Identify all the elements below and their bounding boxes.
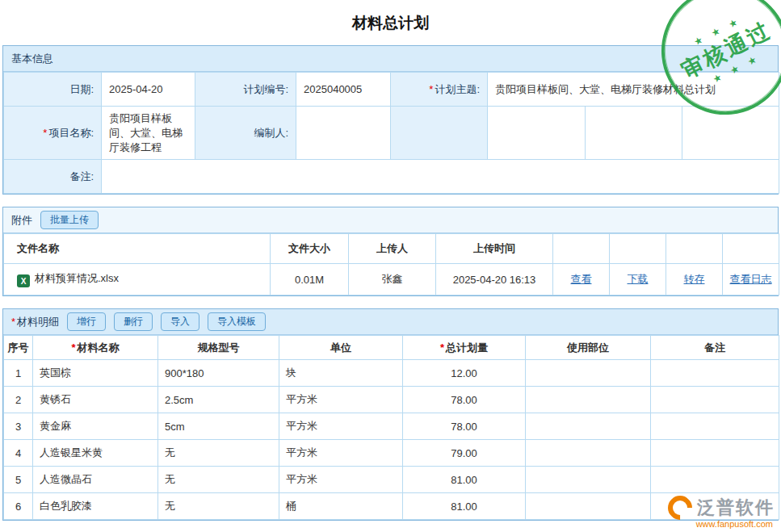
batch-upload-button[interactable]: 批量上传 (40, 211, 99, 230)
index-cell: 1 (4, 360, 33, 387)
action-cell: 转存 (666, 264, 723, 295)
index-cell: 3 (4, 413, 33, 440)
usage-location-cell (526, 440, 651, 467)
required-mark: * (43, 127, 47, 139)
spec-cell: 无 (158, 493, 279, 520)
file-name-cell: X材料预算情况.xlsx (4, 264, 271, 295)
download-link[interactable]: 下载 (628, 273, 649, 285)
total-qty-cell: 81.00 (403, 467, 526, 493)
subject-label: *计划主题: (391, 73, 488, 107)
save-as-link[interactable]: 转存 (684, 273, 705, 285)
view-log-link[interactable]: 查看日志 (730, 273, 772, 285)
usage-location-cell (526, 387, 651, 413)
remark-cell (651, 440, 779, 467)
col-index: 序号 (4, 336, 33, 360)
action-cell: 下载 (610, 264, 666, 295)
plan-no-label: 计划编号: (195, 73, 296, 107)
usage-location-cell (526, 467, 651, 493)
upload-time-cell: 2025-04-20 16:13 (436, 264, 553, 295)
spec-cell: 5cm (158, 413, 279, 440)
materials-title: *材料明细 (11, 315, 59, 329)
vendor-url: www.fanpusoft.com (668, 519, 775, 529)
material-name-cell: 人造银星米黄 (33, 440, 158, 467)
total-qty-cell: 81.00 (403, 493, 526, 520)
plan-no-value: 2025040005 (296, 73, 391, 107)
total-qty-cell: 12.00 (403, 360, 526, 387)
remark-label: 备注: (4, 160, 102, 194)
col-total-qty-text: 总计划量 (446, 341, 488, 354)
materials-title-text: 材料明细 (17, 316, 59, 328)
file-size-cell: 0.01M (271, 264, 349, 295)
unit-cell: 块 (279, 360, 403, 387)
remark-cell (651, 360, 779, 387)
material-name-cell: 黄金麻 (33, 413, 158, 440)
required-mark: * (440, 341, 444, 354)
total-qty-cell: 78.00 (403, 413, 526, 440)
editor-value (296, 107, 391, 160)
basic-info-title: 基本信息 (11, 52, 53, 66)
vendor-name: 泛普软件 (697, 496, 775, 520)
spec-cell: 2.5cm (158, 387, 279, 413)
index-cell: 2 (4, 387, 33, 413)
material-row: 3 黄金麻 5cm 平方米 78.00 (4, 413, 779, 440)
empty-cell (586, 107, 682, 160)
attachment-row: X材料预算情况.xlsx 0.01M 张鑫 2025-04-20 16:13 查… (4, 264, 779, 295)
usage-location-cell (526, 493, 651, 520)
import-template-button[interactable]: 导入模板 (208, 312, 266, 332)
required-mark: * (11, 316, 15, 328)
col-total-qty: *总计划量 (403, 336, 526, 360)
basic-info-table: 日期: 2025-04-20 计划编号: 2025040005 *计划主题: 贵… (3, 72, 779, 194)
project-value: 贵阳项目样板间、大堂、电梯厅装修工程 (102, 107, 195, 160)
material-row: 2 黄锈石 2.5cm 平方米 78.00 (4, 387, 779, 413)
usage-location-cell (526, 360, 651, 387)
material-name-cell: 人造微晶石 (33, 467, 158, 493)
remark-cell (651, 387, 779, 413)
attachments-table: 文件名称 文件大小 上传人 上传时间 X材料预算情况.xlsx 0.01M 张鑫… (3, 233, 779, 295)
col-actions (553, 234, 610, 264)
required-mark: * (71, 341, 75, 354)
empty-cell (488, 107, 586, 160)
col-spec: 规格型号 (158, 336, 279, 360)
add-row-button[interactable]: 增行 (67, 312, 106, 332)
project-label-text: 项目名称: (48, 127, 94, 139)
remark-value (102, 160, 779, 194)
subject-label-text: 计划主题: (435, 83, 480, 95)
file-name: 材料预算情况.xlsx (35, 272, 119, 284)
col-actions (723, 234, 779, 264)
project-label: *项目名称: (4, 107, 102, 160)
unit-cell: 平方米 (279, 467, 403, 493)
total-qty-cell: 78.00 (403, 387, 526, 413)
index-cell: 5 (4, 467, 33, 493)
unit-cell: 平方米 (279, 387, 403, 413)
vendor-watermark: 泛普软件 www.fanpusoft.com (668, 496, 775, 529)
empty-label-cell (391, 107, 488, 160)
col-material-name-text: 材料名称 (78, 341, 120, 354)
col-file-size: 文件大小 (271, 234, 349, 264)
col-remark: 备注 (651, 336, 779, 360)
import-button[interactable]: 导入 (161, 312, 199, 332)
spec-cell: 900*180 (158, 360, 279, 387)
action-cell: 查看日志 (723, 264, 779, 295)
view-link[interactable]: 查看 (571, 273, 592, 285)
index-cell: 4 (4, 440, 33, 467)
col-usage-location: 使用部位 (526, 336, 651, 360)
date-label: 日期: (4, 73, 102, 107)
attachments-title: 附件 (11, 213, 32, 228)
unit-cell: 桶 (279, 493, 403, 520)
materials-section: *材料明细 增行 删行 导入 导入模板 序号 *材料名称 规格型号 单位 *总计… (2, 308, 779, 521)
attachments-header: 附件 批量上传 (3, 207, 778, 233)
spec-cell: 无 (158, 467, 279, 493)
delete-row-button[interactable]: 删行 (114, 312, 153, 332)
col-unit: 单位 (279, 336, 403, 360)
material-name-cell: 黄锈石 (33, 387, 158, 413)
materials-header: *材料明细 增行 删行 导入 导入模板 (3, 309, 778, 335)
basic-info-section: 基本信息 日期: 2025-04-20 计划编号: 2025040005 *计划… (2, 45, 779, 195)
excel-file-icon: X (17, 274, 30, 287)
col-file-name: 文件名称 (4, 234, 271, 264)
material-row: 5 人造微晶石 无 平方米 81.00 (4, 467, 779, 493)
col-actions (610, 234, 666, 264)
col-uploader: 上传人 (349, 234, 436, 264)
materials-table: 序号 *材料名称 规格型号 单位 *总计划量 使用部位 备注 1 英国棕 900… (3, 335, 779, 520)
material-name-cell: 白色乳胶漆 (33, 493, 158, 520)
unit-cell: 平方米 (279, 413, 403, 440)
